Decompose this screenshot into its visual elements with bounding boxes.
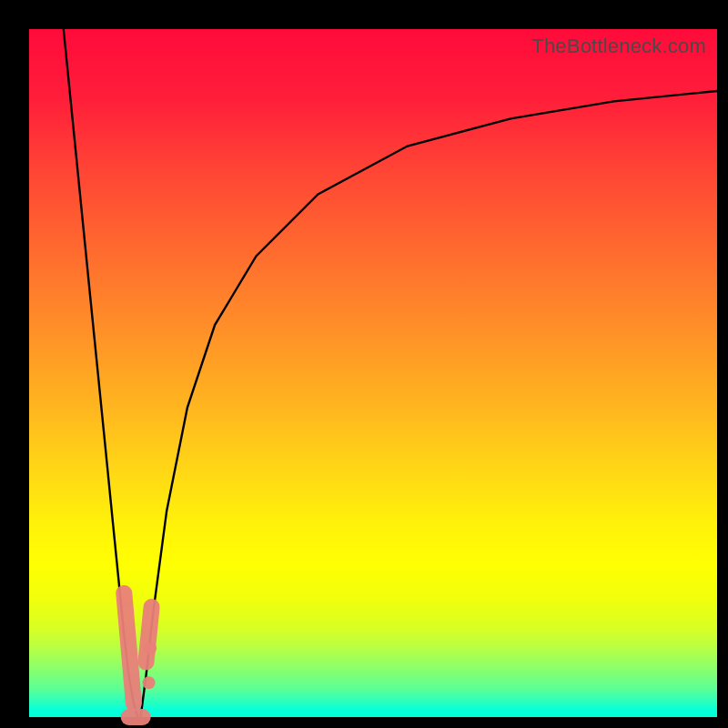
right-branch-curve (141, 91, 718, 717)
data-highlight-group (124, 593, 157, 717)
data-dot-0 (143, 676, 156, 689)
plot-area: TheBottleneck.com (29, 29, 717, 717)
data-dot-1 (144, 642, 157, 654)
data-segment-0 (124, 593, 134, 703)
curve-layer (29, 29, 717, 717)
chart-frame: TheBottleneck.com (0, 0, 728, 728)
